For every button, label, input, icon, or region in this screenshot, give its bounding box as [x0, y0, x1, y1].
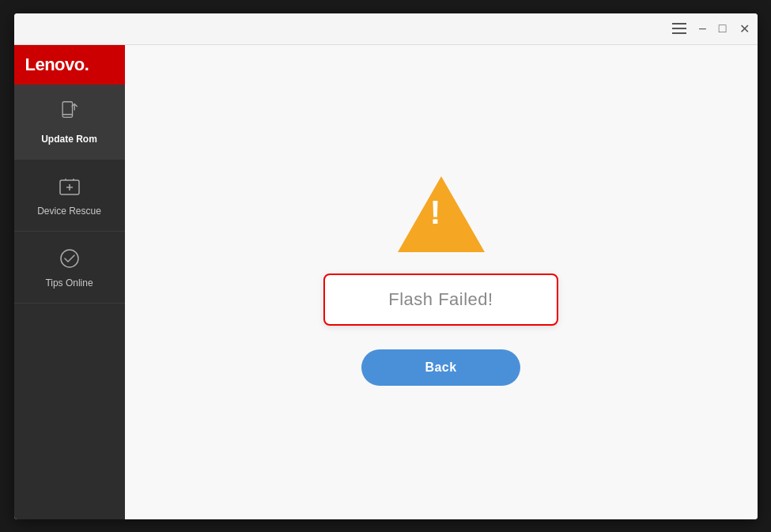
hamburger-menu-icon[interactable]	[672, 23, 686, 34]
titlebar-controls: – □ ✕	[672, 21, 750, 36]
warning-triangle	[398, 176, 485, 252]
maximize-button[interactable]: □	[719, 21, 727, 36]
back-button[interactable]: Back	[361, 349, 520, 386]
logo-text: Lenovo.	[25, 55, 89, 75]
app-window: – □ ✕ Lenovo.	[14, 13, 758, 519]
sidebar-item-label-tips-online: Tips Online	[45, 277, 93, 289]
titlebar: – □ ✕	[14, 13, 758, 45]
content-area: Flash Failed! Back	[125, 45, 758, 519]
sidebar-item-update-rom[interactable]: Update Rom	[14, 85, 125, 160]
update-rom-icon	[55, 99, 84, 127]
device-rescue-icon	[57, 174, 82, 199]
sidebar: Lenovo. Update Rom	[14, 45, 125, 519]
close-button[interactable]: ✕	[739, 21, 750, 36]
main-layout: Lenovo. Update Rom	[14, 45, 758, 519]
warning-icon	[402, 179, 481, 250]
minimize-button[interactable]: –	[699, 21, 706, 36]
sidebar-item-label-update-rom: Update Rom	[41, 134, 97, 145]
svg-point-8	[61, 250, 78, 267]
sidebar-item-tips-online[interactable]: Tips Online	[14, 232, 125, 304]
sidebar-item-label-device-rescue: Device Rescue	[37, 206, 101, 217]
sidebar-item-device-rescue[interactable]: Device Rescue	[14, 160, 125, 232]
tips-online-icon	[57, 246, 82, 271]
flash-failed-text: Flash Failed!	[388, 289, 493, 309]
flash-failed-box: Flash Failed!	[323, 274, 557, 326]
sidebar-logo: Lenovo.	[14, 45, 125, 85]
